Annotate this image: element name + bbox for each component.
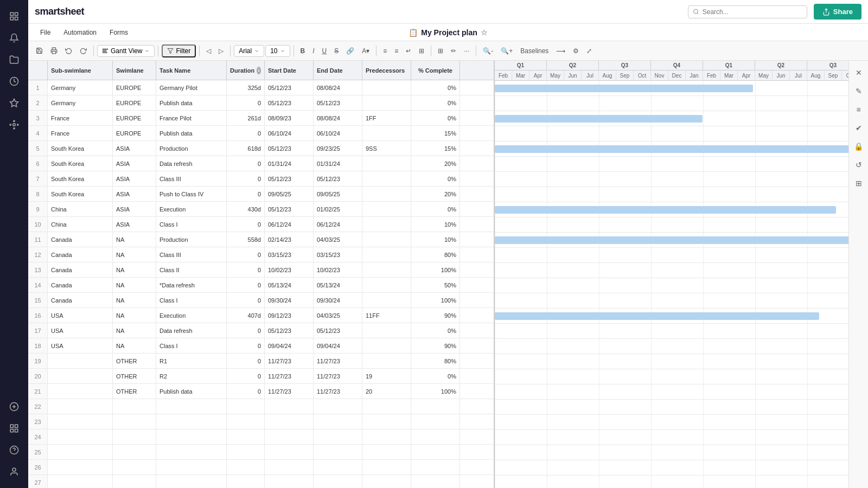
gantt-row[interactable]: [495, 445, 848, 460]
cell-task-name[interactable]: Publish data: [156, 384, 227, 399]
cell-end-date[interactable]: [314, 475, 362, 488]
table-row[interactable]: 22: [28, 399, 494, 414]
refresh-panel-icon[interactable]: ↺: [851, 157, 866, 172]
cell-swimlane[interactable]: ASIA: [113, 217, 156, 232]
gantt-row[interactable]: [495, 430, 848, 445]
gantt-row[interactable]: [495, 96, 848, 111]
cell-task-name[interactable]: Class I: [156, 338, 227, 354]
cell-pct-complete[interactable]: 20%: [411, 156, 460, 171]
cell-start-date[interactable]: 05/12/23: [265, 171, 314, 187]
cell-pct-complete[interactable]: 90%: [411, 338, 460, 354]
table-row[interactable]: 27: [28, 475, 494, 488]
cell-start-date[interactable]: 03/15/23: [265, 247, 314, 262]
cell-start-date[interactable]: 05/12/23: [265, 141, 314, 156]
gantt-row[interactable]: [495, 354, 848, 369]
cell-start-date[interactable]: 09/04/24: [265, 338, 314, 354]
gantt-row[interactable]: [495, 157, 848, 172]
cell-task-name[interactable]: Class III: [156, 171, 227, 187]
bold-button[interactable]: B: [297, 45, 309, 57]
cell-end-date[interactable]: 09/04/24: [314, 338, 362, 354]
table-row[interactable]: 11 Canada NA Production 558d 02/14/23 04…: [28, 232, 494, 247]
cell-end-date[interactable]: 11/27/23: [314, 354, 362, 369]
cell-pct-complete[interactable]: 15%: [411, 126, 460, 141]
cell-end-date[interactable]: 09/30/24: [314, 293, 362, 308]
gantt-row[interactable]: [495, 126, 848, 142]
edit-panel-icon[interactable]: ✎: [851, 84, 866, 99]
cell-duration[interactable]: 0: [227, 247, 265, 262]
undo-button[interactable]: [62, 45, 75, 56]
italic-button[interactable]: I: [309, 45, 317, 57]
table-row[interactable]: 26: [28, 460, 494, 475]
cell-start-date[interactable]: 09/12/23: [265, 308, 314, 323]
cell-swimlane[interactable]: [113, 429, 156, 445]
cell-predecessors[interactable]: [362, 460, 411, 475]
cell-task-name[interactable]: Class II: [156, 262, 227, 278]
cell-swimlane[interactable]: NA: [113, 262, 156, 278]
cell-predecessors[interactable]: [362, 247, 411, 262]
list-panel-icon[interactable]: ≡: [851, 102, 866, 117]
gantt-row[interactable]: [495, 248, 848, 263]
cell-pct-complete[interactable]: [411, 429, 460, 445]
cell-end-date[interactable]: 11/27/23: [314, 384, 362, 399]
sidebar-apps-icon[interactable]: [4, 115, 24, 134]
cell-start-date[interactable]: [265, 429, 314, 445]
cell-predecessors[interactable]: [362, 399, 411, 414]
cell-duration[interactable]: 0: [227, 323, 265, 338]
cell-end-date[interactable]: 09/23/25: [314, 141, 362, 156]
text-color-button[interactable]: A▾: [359, 45, 373, 57]
cell-swimlane[interactable]: OTHER: [113, 354, 156, 369]
menu-automation[interactable]: Automation: [58, 27, 102, 38]
cell-swimlane[interactable]: [113, 399, 156, 414]
table-row[interactable]: 25: [28, 445, 494, 460]
cell-swimlane[interactable]: EUROPE: [113, 95, 156, 111]
sidebar-bell-icon[interactable]: [4, 28, 24, 48]
cell-swimlane[interactable]: [113, 445, 156, 460]
zoom-in-button[interactable]: 🔍+: [497, 45, 516, 57]
gantt-row[interactable]: [495, 263, 848, 278]
table-row[interactable]: 6 South Korea ASIA Data refresh 0 01/31/…: [28, 156, 494, 171]
cell-swimlane[interactable]: NA: [113, 308, 156, 323]
cell-pct-complete[interactable]: 20%: [411, 187, 460, 202]
table-row[interactable]: 14 Canada NA *Data refresh 0 05/13/24 05…: [28, 278, 494, 293]
favorite-icon[interactable]: ☆: [481, 28, 488, 37]
cell-sub-swimlane[interactable]: [48, 429, 113, 445]
cell-duration[interactable]: [227, 429, 265, 445]
print-button[interactable]: [47, 45, 61, 56]
cell-predecessors[interactable]: [362, 217, 411, 232]
cell-end-date[interactable]: 06/10/24: [314, 126, 362, 141]
cell-swimlane[interactable]: [113, 414, 156, 429]
cell-start-date[interactable]: 09/05/25: [265, 187, 314, 202]
table-row[interactable]: 8 South Korea ASIA Push to Class IV 0 09…: [28, 187, 494, 202]
cell-end-date[interactable]: [314, 399, 362, 414]
cell-sub-swimlane[interactable]: USA: [48, 308, 113, 323]
cell-sub-swimlane[interactable]: USA: [48, 323, 113, 338]
cell-task-name[interactable]: Execution: [156, 308, 227, 323]
menu-file[interactable]: File: [35, 27, 56, 38]
table-row[interactable]: 2 Germany EUROPE Publish data 0 05/12/23…: [28, 95, 494, 111]
cell-predecessors[interactable]: 11FF: [362, 308, 411, 323]
filter-button[interactable]: Filter: [162, 44, 196, 57]
gantt-bar[interactable]: [495, 236, 848, 244]
cell-task-name[interactable]: *Data refresh: [156, 278, 227, 293]
cell-pct-complete[interactable]: 0%: [411, 95, 460, 111]
cell-pct-complete[interactable]: [411, 399, 460, 414]
cell-sub-swimlane[interactable]: Germany: [48, 80, 113, 95]
cell-duration[interactable]: [227, 399, 265, 414]
cell-swimlane[interactable]: EUROPE: [113, 80, 156, 95]
cell-swimlane[interactable]: NA: [113, 323, 156, 338]
gantt-row[interactable]: [495, 293, 848, 309]
gantt-row[interactable]: [495, 142, 848, 157]
cell-start-date[interactable]: [265, 414, 314, 429]
cell-duration[interactable]: 618d: [227, 141, 265, 156]
gantt-row[interactable]: [495, 460, 848, 476]
cell-swimlane[interactable]: ASIA: [113, 141, 156, 156]
cell-sub-swimlane[interactable]: France: [48, 126, 113, 141]
cell-duration[interactable]: [227, 475, 265, 488]
sidebar-folder-icon[interactable]: [4, 50, 24, 69]
gantt-bar[interactable]: [495, 206, 836, 214]
cell-predecessors[interactable]: [362, 187, 411, 202]
cell-task-name[interactable]: Publish data: [156, 126, 227, 141]
cell-sub-swimlane[interactable]: Canada: [48, 278, 113, 293]
cell-end-date[interactable]: 08/08/24: [314, 111, 362, 126]
cell-swimlane[interactable]: EUROPE: [113, 126, 156, 141]
